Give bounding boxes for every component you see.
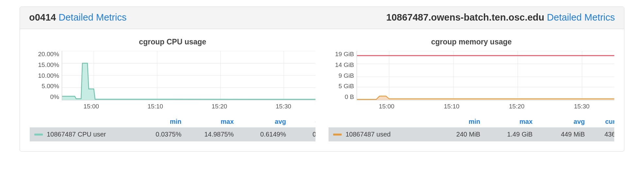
x-tick: 15:00 (83, 103, 99, 110)
x-tick: 15:30 (574, 103, 590, 110)
x-tick: 15:10 (444, 103, 460, 110)
stat-min: 240 MiB (431, 131, 483, 138)
col-max[interactable]: max (185, 118, 237, 125)
cpu-legend: min max avg cur 10867487 CPU user 0.0375… (30, 116, 315, 141)
x-tick: 15:30 (276, 103, 291, 110)
series-swatch-icon (333, 134, 342, 136)
col-cur[interactable]: cur (289, 118, 315, 125)
y-tick: 0 B (345, 94, 354, 100)
col-avg[interactable]: avg (237, 118, 289, 125)
series-swatch-icon (34, 134, 43, 136)
cpu-y-axis: 20.00% 15.00% 10.00% 5.00% 0% (30, 51, 62, 100)
stat-min: 0.0375% (132, 131, 185, 138)
col-min[interactable]: min (431, 118, 483, 125)
stat-avg: 449 MiB (536, 131, 588, 138)
y-tick: 0% (50, 94, 59, 100)
series-name: 10867487 CPU user (47, 131, 106, 138)
cpu-series-area (62, 63, 315, 100)
memory-series-line (357, 96, 614, 99)
col-min[interactable]: min (132, 118, 185, 125)
y-tick: 15.00% (38, 62, 59, 68)
host-title: o0414 Detailed Metrics (29, 12, 127, 23)
job-name: 10867487.owens-batch.ten.osc.edu (386, 12, 545, 23)
memory-x-axis: 15:00 15:10 15:20 15:30 (329, 100, 614, 110)
memory-legend-row[interactable]: 10867487 used 240 MiB 1.49 GiB 449 MiB 4… (329, 127, 614, 141)
col-avg[interactable]: avg (536, 118, 588, 125)
job-detailed-metrics-link[interactable]: Detailed Metrics (547, 12, 615, 23)
col-cur[interactable]: currer (588, 118, 614, 125)
cpu-plot[interactable] (62, 51, 315, 100)
y-tick: 9 GiB (338, 73, 354, 79)
stat-avg: 0.6149% (237, 131, 289, 138)
cpu-chart-title: cgroup CPU usage (30, 38, 315, 46)
memory-y-axis: 19 GiB 14 GiB 9 GiB 5 GiB 0 B (329, 51, 357, 100)
series-name: 10867487 used (346, 131, 391, 138)
x-tick: 15:20 (212, 103, 227, 110)
cpu-chart: cgroup CPU usage 20.00% 15.00% 10.00% 5.… (30, 38, 315, 141)
stat-cur: 0.05 (289, 131, 315, 138)
metrics-panel: o0414 Detailed Metrics 10867487.owens-ba… (20, 7, 624, 152)
y-tick: 5.00% (42, 83, 59, 89)
stat-max: 14.9875% (185, 131, 237, 138)
cpu-series-line (62, 63, 315, 100)
cpu-x-axis: 15:00 15:10 15:20 15:30 (30, 100, 315, 110)
stat-cur: 436 Mi (588, 131, 614, 138)
y-tick: 19 GiB (335, 51, 354, 57)
stat-max: 1.49 GiB (483, 131, 536, 138)
x-tick: 15:10 (147, 103, 163, 110)
x-tick: 15:00 (379, 103, 395, 110)
memory-chart-title: cgroup memory usage (329, 38, 614, 46)
memory-chart: cgroup memory usage 19 GiB 14 GiB 9 GiB … (329, 38, 614, 141)
job-title: 10867487.owens-batch.ten.osc.edu Detaile… (386, 12, 615, 23)
memory-plot[interactable] (357, 51, 614, 100)
cpu-legend-row[interactable]: 10867487 CPU user 0.0375% 14.9875% 0.614… (30, 127, 315, 141)
y-tick: 10.00% (38, 73, 59, 79)
x-tick: 15:20 (509, 103, 525, 110)
col-max[interactable]: max (483, 118, 536, 125)
host-name: o0414 (29, 12, 56, 23)
memory-series-area (357, 96, 614, 100)
host-detailed-metrics-link[interactable]: Detailed Metrics (59, 12, 127, 23)
y-tick: 20.00% (38, 51, 59, 57)
memory-legend: min max avg currer 10867487 used 240 MiB… (329, 116, 614, 141)
y-tick: 14 GiB (335, 62, 354, 68)
panel-header: o0414 Detailed Metrics 10867487.owens-ba… (20, 7, 624, 29)
y-tick: 5 GiB (338, 83, 354, 89)
